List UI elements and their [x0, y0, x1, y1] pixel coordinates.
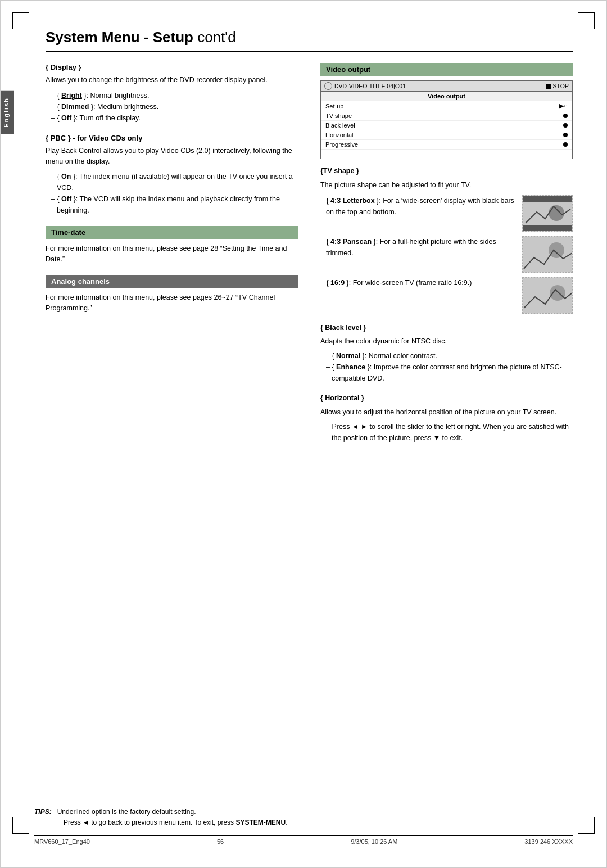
letterbox-svg — [523, 195, 572, 232]
tv-shape-letterbox-text: { 4:3 Letterbox }: For a ‘wide-screen’ d… — [320, 195, 517, 223]
panscan-img — [522, 236, 573, 273]
display-title-text: { Display } — [46, 63, 81, 71]
vo-setup-row: Set-up ▶○ — [321, 101, 572, 111]
letterbox-bullet: { 4:3 Letterbox }: For a ‘wide-screen’ d… — [320, 195, 517, 218]
page: English System Menu - Setup cont'd { Dis… — [0, 0, 607, 868]
english-tab: English — [1, 91, 14, 134]
pbc-title-text: { PBC } - for Video CDs only — [46, 134, 142, 142]
vo-progressive-label: Progressive — [325, 141, 561, 148]
bright-desc: : Normal brightness. — [87, 92, 150, 100]
widescreen-img — [522, 277, 573, 314]
normal-label: Normal — [336, 352, 360, 360]
vo-horizontal-dot — [563, 133, 568, 137]
footer-right-date: 9/3/05, 10:26 AM — [351, 838, 397, 845]
black-level-normal: { Normal }: Normal color contrast. — [326, 350, 573, 361]
tips-system-menu: SYSTEM-MENU — [235, 819, 286, 826]
horizontal-bullet: Press ◄ ► to scroll the slider to the le… — [326, 421, 573, 444]
analog-header: Analog channels — [46, 275, 298, 288]
horizontal-options: Press ◄ ► to scroll the slider to the le… — [320, 421, 573, 444]
tv-shape-title: {TV shape } — [320, 166, 573, 177]
dimmed-label: Dimmed — [61, 103, 89, 111]
display-option-off: { Off }: Turn off the display. — [51, 112, 298, 124]
tv-shape-letterbox-item: { 4:3 Letterbox }: For a ‘wide-screen’ d… — [320, 195, 573, 232]
vo-topbar-right: STOP — [546, 83, 569, 89]
tv-shape-desc: The picture shape can be adjusted to fit… — [320, 180, 573, 191]
widescreen-label: 16:9 — [330, 279, 345, 287]
off-desc: : Turn off the display. — [76, 114, 141, 122]
vo-row-tvshape: TV shape — [321, 111, 572, 121]
tv-shape-section: {TV shape } The picture shape can be adj… — [320, 166, 573, 314]
display-options-list: { Bright }: Normal brightness. { Dimmed … — [46, 90, 298, 124]
vo-row-blacklevel: Black level — [321, 121, 572, 130]
black-level-enhance: { Enhance }: Improve the color contrast … — [326, 361, 573, 384]
vo-stop-label: STOP — [553, 83, 569, 89]
dimmed-desc: : Medium brightness. — [93, 103, 158, 111]
footer-center-num: 56 — [217, 838, 224, 845]
enhance-label: Enhance — [336, 363, 365, 371]
tips-label: TIPS: — [34, 808, 52, 816]
timedate-description: For more information on this menu, pleas… — [46, 243, 298, 265]
analog-section: Analog channels For more information on … — [46, 275, 298, 314]
tv-shape-widescreen-text: { 16:9 }: For wide-screen TV (frame rati… — [320, 277, 517, 294]
vo-spacer — [321, 150, 572, 159]
horizontal-section: { Horizontal } Allows you to adjust the … — [320, 393, 573, 444]
pbc-option-on: { On }: The index menu (if available) wi… — [51, 171, 298, 193]
vo-setup-label: Set-up — [325, 103, 559, 110]
vo-horizontal-label: Horizontal — [325, 132, 561, 138]
vo-topbar-left: DVD-VIDEO-TITLE 04|C01 — [324, 82, 406, 90]
timedate-header: Time-date — [46, 226, 298, 239]
pbc-off-label: Off — [61, 195, 71, 203]
pbc-on-label: On — [61, 173, 71, 180]
pbc-section: { PBC } - for Video CDs only Play Back C… — [46, 134, 298, 216]
svg-rect-2 — [523, 225, 572, 232]
vo-row-horizontal: Horizontal — [321, 130, 572, 140]
right-column: Video output DVD-VIDEO-TITLE 04|C01 STOP… — [320, 63, 573, 453]
page-title: System Menu - Setup cont'd — [46, 29, 573, 52]
display-option-dimmed: { Dimmed }: Medium brightness. — [51, 101, 298, 112]
svg-point-6 — [549, 242, 564, 258]
two-column-layout: { Display } Allows you to change the bri… — [46, 63, 573, 453]
corner-bl — [12, 817, 29, 834]
tv-shape-panscan-text: { 4:3 Panscan }: For a full-height pictu… — [320, 236, 517, 264]
corner-tr — [578, 12, 595, 29]
page-title-suffix: cont'd — [193, 29, 236, 46]
panscan-bullet: { 4:3 Panscan }: For a full-height pictu… — [320, 236, 517, 259]
svg-point-3 — [549, 205, 564, 221]
left-column: { Display } Allows you to change the bri… — [46, 63, 298, 453]
vo-blacklevel-dot — [563, 123, 568, 128]
horizontal-title-text: { Horizontal } — [320, 394, 364, 402]
enhance-desc: : Improve the color contrast and brighte… — [332, 363, 562, 382]
disc-icon — [324, 82, 332, 90]
letterbox-label: 4:3 Letterbox — [330, 197, 375, 205]
panscan-svg — [523, 236, 572, 273]
vo-subtitle: Video output — [321, 92, 572, 101]
tips-box: TIPS: Underlined option is the factory d… — [34, 803, 573, 828]
pbc-description: Play Back Control allows you to play Vid… — [46, 146, 298, 167]
widescreen-list: { 16:9 }: For wide-screen TV (frame rati… — [320, 277, 517, 288]
widescreen-desc: : For wide-screen TV (frame ratio 16:9.) — [349, 279, 472, 287]
black-level-title-text: { Black level } — [320, 324, 366, 332]
tv-shape-title-text: {TV shape } — [320, 167, 359, 175]
display-description: Allows you to change the brightness of t… — [46, 75, 298, 85]
vo-row-progressive: Progressive — [321, 140, 572, 150]
normal-desc: : Normal color contrast. — [365, 352, 437, 360]
svg-rect-1 — [523, 195, 572, 202]
timedate-section: Time-date For more information on this m… — [46, 226, 298, 265]
panscan-list: { 4:3 Panscan }: For a full-height pictu… — [320, 236, 517, 259]
pbc-on-desc: : The index menu (if available) will app… — [57, 173, 293, 192]
letterbox-list: { 4:3 Letterbox }: For a ‘wide-screen’ d… — [320, 195, 517, 218]
tips-line2-press: Press ◄ to go back to previous menu item… — [64, 819, 287, 826]
corner-br — [578, 817, 595, 834]
vo-tvshape-dot — [563, 114, 568, 118]
black-level-title: { Black level } — [320, 323, 573, 333]
footer-far-right: 3139 246 XXXXX — [524, 838, 573, 845]
footer: TIPS: Underlined option is the factory d… — [34, 803, 573, 828]
footer-left: MRV660_17_Eng40 — [34, 838, 90, 845]
vo-progressive-dot — [563, 142, 568, 147]
vo-topbar: DVD-VIDEO-TITLE 04|C01 STOP — [321, 81, 572, 92]
horizontal-title: { Horizontal } — [320, 393, 573, 404]
video-output-header: Video output — [320, 63, 573, 76]
tips-line2-indent — [34, 819, 64, 826]
bright-label: Bright — [61, 92, 82, 100]
stop-icon — [546, 84, 551, 89]
